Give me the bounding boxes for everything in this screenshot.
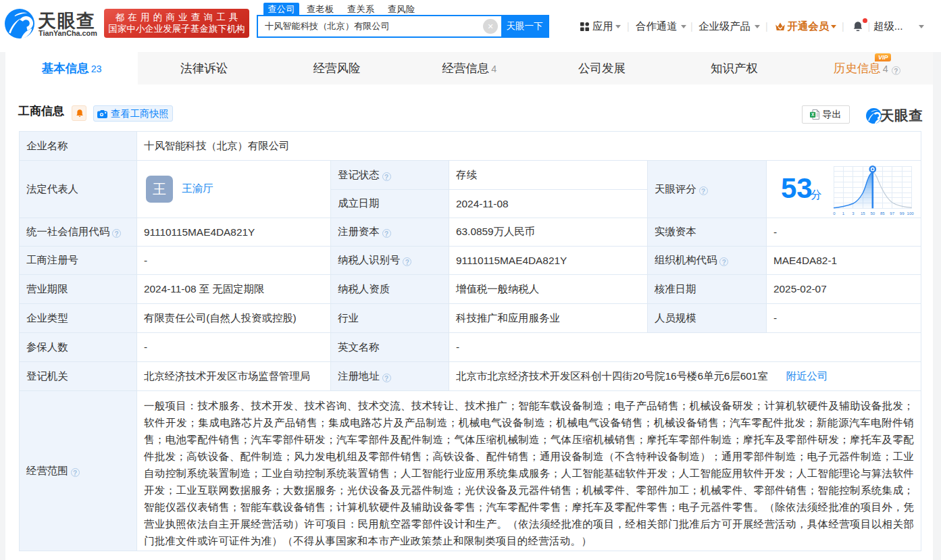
svg-text:85: 85 — [880, 211, 884, 215]
svg-text:1: 1 — [842, 211, 844, 215]
svg-text:X: X — [811, 112, 815, 117]
svg-text:0: 0 — [833, 211, 836, 215]
svg-text:3: 3 — [852, 211, 855, 215]
svg-text:100: 100 — [907, 211, 914, 215]
svg-text:50: 50 — [870, 211, 875, 215]
svg-text:97: 97 — [890, 211, 894, 215]
svg-text:15: 15 — [861, 211, 865, 215]
svg-text:99: 99 — [899, 211, 904, 215]
